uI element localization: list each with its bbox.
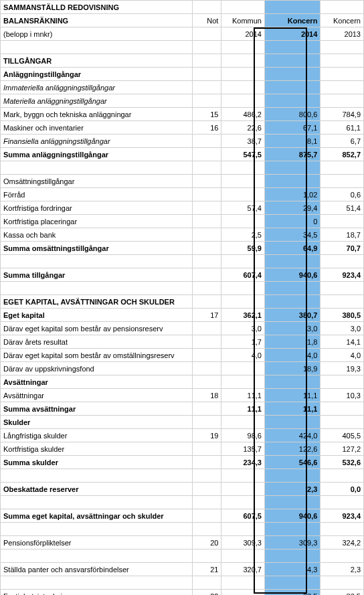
- balance-sheet-table: SAMMANSTÄLLD REDOVISNING BALANSRÄKNING N…: [0, 0, 364, 595]
- table-row: [1, 549, 364, 563]
- table-row: Summa eget kapital, avsättningar och sku…: [1, 509, 364, 523]
- obesk: Obeskattade reserver: [1, 483, 193, 496]
- table-row: Maskiner och inventarier 16 22,6 67,1 61…: [1, 121, 364, 135]
- sum-oms: Summa omsättningstillgångar: [1, 242, 193, 255]
- table-row: [1, 161, 364, 175]
- row-uppskr: Därav av uppskrivningsfond: [1, 362, 193, 375]
- table-row: EGET KAPITAL, AVSÄTTNINGAR OCH SKULDER: [1, 295, 364, 309]
- table-row: Kortfristiga placeringar 0: [1, 215, 364, 228]
- sec-skulder: Skulder: [1, 416, 193, 429]
- table-row: [1, 523, 364, 536]
- row-fastint: Fastighetsinteckningar: [1, 590, 193, 596]
- table-row: TILLGÅNGAR: [1, 54, 364, 68]
- table-row: Mark, byggn och tekniska anläggningar 15…: [1, 108, 364, 121]
- year-kommun: 2014: [221, 27, 265, 41]
- table-row: Anläggningstillgångar: [1, 68, 364, 81]
- table-row: [1, 576, 364, 590]
- table-row: Avsättningar: [1, 375, 364, 389]
- sec-oms: Omsättningstillgångar: [1, 175, 193, 188]
- sec-anl: Anläggningstillgångar: [1, 68, 193, 81]
- header-sub: (belopp i mnkr): [1, 27, 193, 41]
- table-row: SAMMANSTÄLLD REDOVISNING: [1, 1, 364, 14]
- sum-anl: Summa anläggningstillgångar: [1, 148, 193, 161]
- row-langsk: Långfristiga skulder: [1, 429, 193, 442]
- sec-tillgangar: TILLGÅNGAR: [1, 54, 193, 68]
- table-row: Summa omsättningstillgångar 59,9 64,9 70…: [1, 242, 364, 255]
- row-kortsk: Kortfristiga skulder: [1, 442, 193, 456]
- row-mask-label: Maskiner och inventarier: [1, 121, 193, 135]
- table-row: Kortfristiga skulder 135,7 122,6 127,2: [1, 442, 364, 456]
- col-not: Not: [192, 14, 221, 27]
- table-row: Kassa och bank 2,5 34,5 18,7: [1, 228, 364, 242]
- sum-skuld: Summa skulder: [1, 456, 193, 469]
- row-kf-fordr: Kortfristiga fordringar: [1, 201, 193, 215]
- table-row: Omsättningstillgångar: [1, 175, 364, 188]
- table-row: Långfristiga skulder 19 98,6 424,0 405,5: [1, 429, 364, 442]
- sec-immat: Immateriella anläggningstillgångar: [1, 81, 193, 94]
- sec-finans: Finansiella anläggningstillgångar: [1, 135, 193, 148]
- sum-till: Summa tillgångar: [1, 268, 193, 282]
- row-mark-label: Mark, byggn och tekniska anläggningar: [1, 108, 193, 121]
- sum-eget: Summa eget kapital, avsättningar och sku…: [1, 509, 193, 523]
- table-row: Materiella anläggningstillgångar: [1, 94, 364, 108]
- col-koncern-2013: Koncern: [321, 14, 364, 27]
- sec-mat: Materiella anläggningstillgångar: [1, 94, 193, 108]
- table-row: Därav årets resultat 1,7 1,8 14,1: [1, 335, 364, 349]
- table-row: [1, 469, 364, 483]
- header-title-2: BALANSRÄKNING: [1, 14, 193, 27]
- table-row: Avsättningar 18 11,1 11,1 10,3: [1, 389, 364, 402]
- sec-eget: EGET KAPITAL, AVSÄTTNINGAR OCH SKULDER: [1, 295, 193, 309]
- row-forrad: Förråd: [1, 188, 193, 201]
- table-row: Skulder: [1, 416, 364, 429]
- row-pensres: Därav eget kapital som består av pension…: [1, 322, 193, 335]
- table-row: [1, 41, 364, 54]
- table-row: Immateriella anläggningstillgångar: [1, 81, 364, 94]
- table-row: Eget kapital 17 362,1 380,7 380,5: [1, 309, 364, 322]
- col-koncern-2014: Koncern: [264, 14, 320, 27]
- row-omres: Därav eget kapital som består av omställ…: [1, 349, 193, 362]
- year-koncern-2013: 2013: [321, 27, 364, 41]
- table-row: Summa avsättningar 11,1 11,1: [1, 402, 364, 416]
- col-kommun: Kommun: [221, 14, 265, 27]
- table-row: Därav av uppskrivningsfond 18,9 19,3: [1, 362, 364, 375]
- header-title-1: SAMMANSTÄLLD REDOVISNING: [1, 1, 193, 14]
- row-stpant: Ställda panter och ansvarsförbindelser: [1, 563, 193, 576]
- table-row: Ställda panter och ansvarsförbindelser 2…: [1, 563, 364, 576]
- table-row: [1, 496, 364, 509]
- table-row: BALANSRÄKNING Not Kommun Koncern Koncern: [1, 14, 364, 27]
- table-row: Pensionsförpliktelser 20 309,3 309,3 324…: [1, 536, 364, 549]
- table-row: Förråd 1,02 0,6: [1, 188, 364, 201]
- table-row: Finansiella anläggningstillgångar 38,7 8…: [1, 135, 364, 148]
- row-kassa: Kassa och bank: [1, 228, 193, 242]
- row-aretsres: Därav årets resultat: [1, 335, 193, 349]
- eget-kapital: Eget kapital: [1, 309, 193, 322]
- table-row: Summa tillgångar 607,4 940,6 923,4: [1, 268, 364, 282]
- year-koncern-2014: 2014: [264, 27, 320, 41]
- table-row: Därav eget kapital som består av pension…: [1, 322, 364, 335]
- table-row: Därav eget kapital som består av omställ…: [1, 349, 364, 362]
- table-row: Fastighetsinteckningar 22 83,5 83,5: [1, 590, 364, 596]
- table-row: [1, 255, 364, 268]
- table-row: [1, 282, 364, 295]
- sec-avs: Avsättningar: [1, 375, 193, 389]
- row-kf-plac: Kortfristiga placeringar: [1, 215, 193, 228]
- table-row: (belopp i mnkr) 2014 2014 2013: [1, 27, 364, 41]
- table-row: Kortfristiga fordringar 57,4 29,4 51,4: [1, 201, 364, 215]
- row-avs: Avsättningar: [1, 389, 193, 402]
- row-pensf: Pensionsförpliktelser: [1, 536, 193, 549]
- table-row: Summa anläggningstillgångar 547,5 875,7 …: [1, 148, 364, 161]
- sum-avs: Summa avsättningar: [1, 402, 193, 416]
- table-row: Summa skulder 234,3 546,6 532,6: [1, 456, 364, 469]
- table-row: Obeskattade reserver 2,3 0,0: [1, 483, 364, 496]
